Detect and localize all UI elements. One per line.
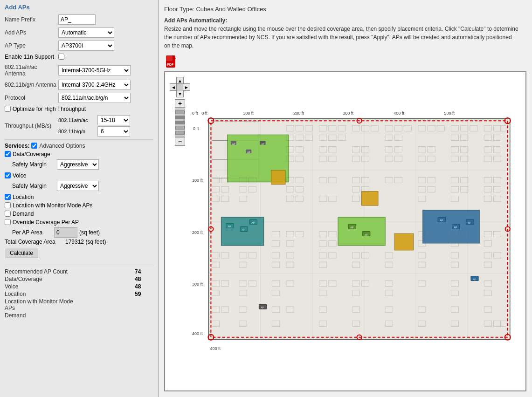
- instructions: Add APs Automatically: Resize and move t…: [164, 16, 518, 50]
- svg-text:100 ft: 100 ft: [192, 178, 203, 183]
- left-panel: Add APs Name Prefix Add APs Automatic Ma…: [0, 0, 159, 397]
- override-row: Override Coverage Per AP: [5, 219, 153, 226]
- result-demand-label: Demand: [5, 312, 79, 319]
- antenna-a-select[interactable]: Internal-3700-5GHz Internal-3700-2.4GHz: [58, 65, 131, 75]
- zoom-segment-4: [175, 126, 185, 130]
- data-safety-select[interactable]: Aggressive Moderate Conservative: [57, 159, 99, 170]
- svg-text:300 ft: 300 ft: [343, 111, 353, 116]
- pdf-icon[interactable]: PDF: [164, 55, 177, 68]
- add-aps-select[interactable]: Automatic Manual: [58, 27, 114, 38]
- svg-text:0 ft: 0 ft: [193, 126, 199, 131]
- throughput-a-select[interactable]: 15-18 10-15: [97, 115, 130, 125]
- total-coverage-unit: (sq feet): [85, 239, 106, 245]
- override-label: Override Coverage Per AP: [13, 219, 79, 226]
- svg-text:0 ft: 0 ft: [201, 111, 207, 116]
- calculate-button[interactable]: Calculate: [5, 248, 38, 258]
- override-checkbox[interactable]: [5, 219, 11, 225]
- svg-text:300 ft: 300 ft: [192, 282, 203, 287]
- name-prefix-label: Name Prefix: [5, 16, 58, 23]
- svg-rect-40: [338, 217, 385, 246]
- svg-text:AP: AP: [261, 143, 264, 145]
- location-monitor-checkbox[interactable]: [5, 202, 11, 208]
- services-label: Services:: [5, 143, 29, 149]
- zoom-in-button[interactable]: +: [175, 99, 185, 108]
- throughput-b-label: 802.11b/g/n: [58, 129, 96, 134]
- svg-text:0 ft: 0 ft: [192, 111, 198, 116]
- name-prefix-row: Name Prefix: [5, 14, 153, 25]
- svg-text:AP: AP: [251, 221, 255, 224]
- protocol-select[interactable]: 802.11a/n/ac.b/g/n 802.11a/n/ac 802.11b/…: [58, 93, 131, 103]
- throughput-a-label: 802.11a/n/ac: [58, 117, 96, 123]
- svg-text:200 ft: 200 ft: [192, 230, 203, 235]
- name-prefix-input[interactable]: [58, 14, 96, 25]
- add-aps-label: Add APs: [5, 29, 58, 36]
- result-location-row: Location 59: [5, 290, 153, 298]
- voice-checkbox[interactable]: [5, 172, 11, 178]
- data-safety-label: Safety Margin: [12, 161, 54, 168]
- zoom-track: [175, 109, 185, 137]
- result-location-monitor-label: Location with Monitor Mode APs: [5, 298, 79, 311]
- nav-controls: ▲ ◄ ► ▼ + −: [170, 77, 190, 146]
- data-coverage-label: Data/Coverage: [13, 151, 50, 157]
- antenna-b-select[interactable]: Internal-3700-2.4GHz Internal-3700-5GHz: [58, 80, 131, 90]
- map-toolbar: PDF: [164, 55, 526, 68]
- optimize-checkbox[interactable]: [5, 106, 11, 112]
- svg-text:AP: AP: [473, 278, 476, 281]
- per-ap-label: Per AP Area: [12, 229, 54, 236]
- svg-rect-1: [166, 55, 173, 61]
- panel-scrollable[interactable]: Add APs Name Prefix Add APs Automatic Ma…: [0, 0, 158, 397]
- enable-11n-label: Enable 11n Support: [5, 54, 58, 61]
- svg-text:AP: AP: [261, 306, 264, 309]
- svg-text:AP: AP: [350, 226, 353, 229]
- location-checkbox[interactable]: [5, 194, 11, 200]
- protocol-row: Protocol 802.11a/n/ac.b/g/n 802.11a/n/ac…: [5, 93, 153, 103]
- ap-type-row: AP Type AP3700I AP3600I: [5, 41, 153, 51]
- svg-text:500 ft: 500 ft: [444, 111, 455, 116]
- svg-text:AP: AP: [247, 151, 250, 154]
- demand-row: Demand: [5, 211, 153, 217]
- result-location-monitor-row: Location with Monitor Mode APs: [5, 298, 153, 312]
- advanced-options-checkbox[interactable]: [31, 143, 37, 149]
- voice-label: Voice: [13, 172, 26, 179]
- per-ap-unit: (sq feet): [79, 229, 100, 236]
- enable-11n-row: Enable 11n Support: [5, 54, 153, 61]
- instructions-title: Add APs Automatically:: [164, 17, 227, 24]
- voice-safety-label: Safety Margin: [12, 183, 54, 189]
- zoom-out-button[interactable]: −: [175, 137, 185, 146]
- location-monitor-row: Location with Monitor Mode APs: [5, 202, 153, 209]
- enable-11n-checkbox[interactable]: [58, 54, 64, 60]
- nav-right-button[interactable]: ►: [183, 83, 190, 91]
- optimize-row: Optimize for High Throughput: [5, 106, 153, 112]
- throughput-row: Throughput (MB/s) 802.11a/n/ac 15-18 10-…: [5, 115, 153, 137]
- data-coverage-checkbox[interactable]: [5, 151, 11, 157]
- throughput-b-row: 802.11b/g/n 6 11 24: [58, 126, 130, 137]
- svg-text:400 ft: 400 ft: [192, 331, 203, 336]
- result-voice-row: Voice 48: [5, 283, 153, 290]
- total-coverage-label: Total Coverage Area: [5, 239, 65, 245]
- voice-safety-select[interactable]: Aggressive Moderate Conservative: [57, 181, 99, 191]
- svg-text:PDF: PDF: [167, 63, 174, 66]
- throughput-a-row: 802.11a/n/ac 15-18 10-15: [58, 115, 130, 125]
- throughput-b-select[interactable]: 6 11 24: [97, 126, 130, 137]
- result-voice-label: Voice: [5, 283, 79, 290]
- zoom-segment-3: [175, 121, 185, 124]
- demand-checkbox[interactable]: [5, 211, 11, 217]
- svg-text:400 ft: 400 ft: [394, 111, 404, 116]
- map-container[interactable]: ▲ ◄ ► ▼ + − 0 ft: [164, 71, 526, 391]
- data-safety-row: Safety Margin Aggressive Moderate Conser…: [12, 159, 153, 170]
- ap-type-select[interactable]: AP3700I AP3600I: [58, 41, 114, 51]
- svg-text:AP: AP: [242, 228, 245, 231]
- floor-plan-svg: 0 ft 0 ft 100 ft 200 ft 300 ft 400 ft 50…: [192, 76, 522, 387]
- advanced-options-label: Advanced Options: [39, 143, 85, 149]
- zoom-segment-2: [175, 116, 185, 119]
- result-data-row: Data/Coverage 48: [5, 275, 153, 283]
- location-label: Location: [13, 194, 34, 200]
- voice-row: Voice: [5, 172, 153, 179]
- location-row: Location: [5, 194, 153, 200]
- zoom-slider: + −: [175, 99, 185, 146]
- total-coverage-row: Total Coverage Area 179312 (sq feet): [5, 239, 153, 245]
- nav-down-button[interactable]: ▼: [176, 90, 184, 97]
- voice-safety-row: Safety Margin Aggressive Moderate Conser…: [12, 181, 153, 191]
- total-coverage-value: 179312 (sq feet): [65, 239, 106, 245]
- per-ap-input[interactable]: [54, 227, 77, 238]
